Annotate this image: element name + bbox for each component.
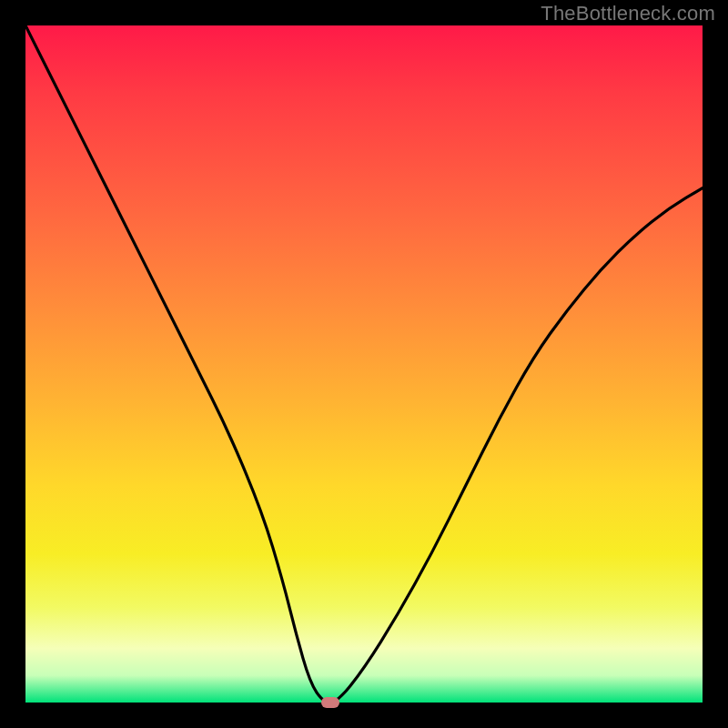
attribution-label: TheBottleneck.com	[541, 2, 715, 25]
optimum-marker	[321, 697, 339, 708]
bottleneck-curve	[25, 25, 703, 703]
plot-area	[25, 25, 703, 703]
chart-frame: TheBottleneck.com	[0, 0, 728, 728]
